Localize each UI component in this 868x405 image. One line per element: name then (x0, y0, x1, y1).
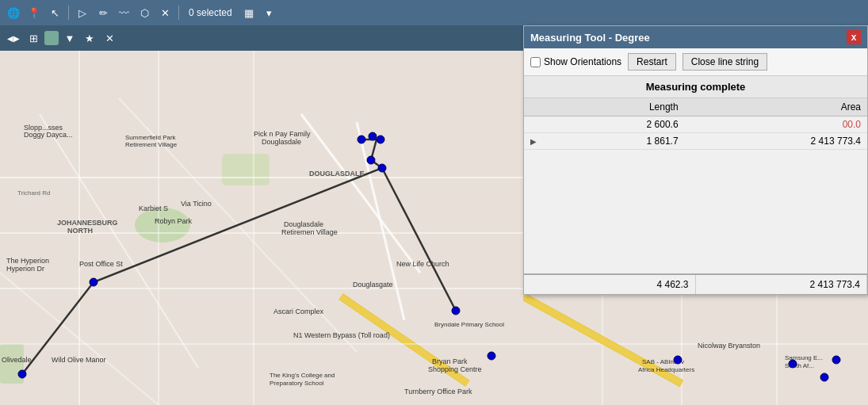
svg-text:Douglasdale: Douglasdale (284, 220, 323, 228)
select-icon[interactable]: ▷ (74, 4, 91, 21)
dropdown-icon[interactable]: ▾ (261, 4, 278, 21)
row-expand-arrow[interactable]: ▶ (524, 133, 556, 150)
svg-point-24 (90, 278, 98, 286)
panel-controls: Show Orientations Restart Close line str… (524, 48, 867, 76)
table-row: 2 600.6 00.0 (524, 117, 867, 133)
color-icon[interactable] (44, 31, 59, 45)
pin-icon[interactable]: 📍 (25, 4, 43, 21)
polygon-icon[interactable]: ⬡ (136, 4, 153, 21)
svg-text:Summerfield Park: Summerfield Park (125, 134, 177, 141)
freehand-icon[interactable]: ✏ (94, 4, 112, 21)
svg-point-20 (369, 132, 377, 140)
row-expand (524, 117, 556, 133)
svg-text:Via Ticino: Via Ticino (181, 200, 212, 208)
svg-rect-2 (222, 154, 270, 185)
back-icon[interactable]: ◀▶ (5, 29, 22, 47)
map-area-left[interactable]: Slopp...sses Doggy Dayca... JOHANNESBURG… (0, 51, 523, 405)
polyline-icon[interactable]: 〰 (115, 4, 132, 21)
measuring-status: Measuring complete (524, 76, 867, 98)
close2-icon[interactable]: ✕ (101, 29, 118, 47)
svg-text:JOHANNESBURG: JOHANNESBURG (57, 219, 118, 227)
restart-button[interactable]: Restart (628, 53, 676, 71)
svg-point-22 (367, 156, 375, 164)
toolbar-separator (68, 6, 69, 20)
panel-title: Measuring Tool - Degree (530, 32, 650, 44)
svg-text:The Hyperion: The Hyperion (6, 257, 49, 265)
svg-point-27 (488, 352, 495, 360)
toolbar-separator2 (178, 6, 179, 20)
svg-text:Wild Olive Manor: Wild Olive Manor (52, 356, 106, 364)
svg-text:Olivedale: Olivedale (2, 356, 32, 364)
svg-text:Shopping Centre: Shopping Centre (428, 365, 482, 373)
measurements-table: Length Area 2 600.6 00.0 ▶ 1 861.7 (524, 98, 867, 273)
svg-text:Retirement Village: Retirement Village (125, 141, 178, 148)
row-area: 00.0 (685, 117, 867, 133)
cursor-icon[interactable]: ↖ (46, 4, 63, 21)
svg-point-21 (377, 136, 384, 143)
table-icon[interactable]: ▦ (240, 4, 258, 21)
svg-text:Douglasgate: Douglasgate (353, 281, 393, 288)
svg-text:Pick n Pay Family: Pick n Pay Family (254, 130, 311, 138)
svg-point-81 (674, 356, 682, 364)
row-length: 2 600.6 (556, 117, 685, 133)
svg-text:Karbiet S: Karbiet S (139, 204, 168, 212)
main-toolbar: 🌐 📍 ↖ ▷ ✏ 〰 ⬡ ✕ 0 selected ▦ ▾ (0, 0, 523, 25)
measuring-panel: Measuring Tool - Degree x Show Orientati… (523, 25, 868, 295)
svg-text:Robyn Park: Robyn Park (155, 217, 193, 225)
row-area: 2 413 773.4 (685, 133, 867, 150)
svg-point-82 (789, 360, 797, 368)
selection-count: 0 selected (184, 7, 237, 18)
svg-text:New Life Church: New Life Church (396, 260, 449, 268)
layers-icon[interactable]: ⊞ (25, 29, 42, 47)
svg-text:Bryndale Primary School: Bryndale Primary School (434, 321, 504, 328)
footer-total-length: 4 462.3 (524, 275, 696, 294)
globe-icon[interactable]: 🌐 (5, 4, 22, 21)
svg-text:Post Office St: Post Office St (79, 260, 123, 268)
panel-close-button[interactable]: x (847, 30, 861, 44)
row-length: 1 861.7 (556, 133, 685, 150)
svg-point-23 (378, 164, 386, 172)
table-row: ▶ 1 861.7 2 413 773.4 (524, 133, 867, 150)
star-icon[interactable]: ★ (81, 29, 98, 47)
svg-point-1 (135, 208, 190, 243)
secondary-toolbar: ◀▶ ⊞ ▼ ★ ✕ (0, 25, 523, 51)
svg-text:Nicolway Bryanston: Nicolway Bryanston (698, 342, 760, 350)
svg-point-19 (358, 136, 365, 143)
svg-text:The King's College and: The King's College and (270, 372, 335, 379)
map-svg: Slopp...sses Doggy Dayca... JOHANNESBURG… (0, 51, 523, 405)
col-area-header: Area (685, 98, 867, 117)
svg-text:NORTH: NORTH (67, 227, 93, 235)
show-orientations-label: Show Orientations (544, 56, 621, 67)
svg-text:Doggy Dayca...: Doggy Dayca... (24, 131, 73, 139)
svg-text:Africa Headquarters: Africa Headquarters (638, 366, 694, 373)
panel-titlebar: Measuring Tool - Degree x (524, 26, 867, 48)
svg-text:Trichard Rd: Trichard Rd (17, 189, 51, 197)
right-toolbar-area (523, 0, 868, 25)
svg-text:Hyperion Dr: Hyperion Dr (6, 265, 44, 273)
show-orientations-checkbox-label[interactable]: Show Orientations (530, 56, 621, 67)
svg-text:Bryan Park: Bryan Park (432, 357, 468, 365)
show-orientations-checkbox[interactable] (530, 57, 541, 67)
svg-point-84 (820, 373, 828, 381)
svg-text:N1 Western Bypass (Toll road): N1 Western Bypass (Toll road) (293, 331, 390, 339)
svg-text:Douglasdale: Douglasdale (262, 138, 301, 146)
svg-point-83 (832, 356, 840, 364)
col-length-header: Length (556, 98, 685, 117)
marker2-icon[interactable]: ▼ (61, 29, 78, 47)
map-container: 🌐 📍 ↖ ▷ ✏ 〰 ⬡ ✕ 0 selected ▦ ▾ ◀▶ ⊞ ▼ ★ … (0, 0, 868, 405)
close-line-string-button[interactable]: Close line string (683, 53, 767, 71)
svg-text:DOUGLASDALE: DOUGLASDALE (309, 170, 365, 178)
eraser-icon[interactable]: ✕ (156, 4, 174, 21)
panel-footer: 4 462.3 2 413 773.4 (524, 273, 867, 294)
footer-total-area: 2 413 773.4 (696, 275, 868, 294)
svg-point-25 (18, 370, 26, 378)
svg-point-26 (452, 307, 460, 315)
svg-text:Preparatory School: Preparatory School (270, 380, 324, 387)
svg-text:Retiremen Village: Retiremen Village (281, 228, 338, 236)
svg-text:Turnberry Office Park: Turnberry Office Park (404, 388, 472, 395)
svg-text:Ascari Complex: Ascari Complex (273, 308, 324, 315)
